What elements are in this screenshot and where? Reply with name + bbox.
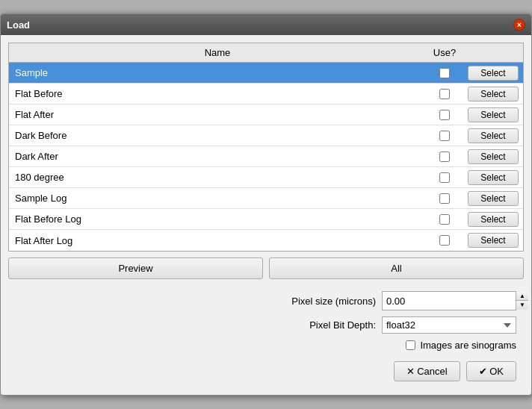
spin-buttons: ▲ ▼: [516, 292, 528, 310]
close-button[interactable]: ×: [513, 19, 525, 31]
pixel-bit-depth-select[interactable]: float32float64int16uint16: [382, 316, 516, 334]
action-buttons: ✕ Cancel ✔ OK: [16, 358, 516, 384]
select-button-0[interactable]: Select: [468, 66, 519, 81]
pixel-bit-depth-row: Pixel Bit Depth: float32float64int16uint…: [16, 316, 516, 334]
select-button-5[interactable]: Select: [468, 170, 519, 185]
row-name-4: Dark After: [9, 149, 426, 163]
btn-column-header: [463, 46, 523, 60]
use-checkbox-1[interactable]: [439, 89, 450, 99]
table-row[interactable]: Sample Log Select: [9, 188, 523, 209]
preview-button[interactable]: Preview: [8, 257, 263, 279]
row-select-0: Select: [463, 64, 523, 82]
spin-up-button[interactable]: ▲: [516, 292, 528, 301]
load-dialog: Load × Name Use? Sample Select Flat Be: [0, 13, 532, 396]
all-button[interactable]: All: [269, 257, 524, 279]
settings-section: Pixel size (microns) ▲ ▼ Pixel Bit Depth…: [8, 288, 524, 387]
sinogram-checkbox[interactable]: [406, 340, 415, 350]
table-rows: Sample Select Flat Before Select Flat Af…: [9, 63, 523, 251]
row-checkbox-7: [426, 214, 463, 225]
table-row[interactable]: Flat Before Log Select: [9, 209, 523, 230]
table-row[interactable]: Flat After Log Select: [9, 230, 523, 251]
pixel-bit-depth-label: Pixel Bit Depth:: [309, 319, 376, 331]
row-checkbox-0: [426, 68, 463, 78]
select-button-1[interactable]: Select: [468, 87, 519, 102]
select-button-8[interactable]: Select: [468, 233, 519, 248]
select-button-2[interactable]: Select: [468, 107, 519, 122]
pixel-size-label: Pixel size (microns): [291, 296, 376, 307]
dialog-body: Name Use? Sample Select Flat Before Sele…: [1, 35, 531, 395]
preview-all-buttons: Preview All: [8, 257, 524, 279]
close-icon: ×: [517, 21, 522, 29]
select-button-6[interactable]: Select: [468, 191, 519, 206]
pixel-size-input-container: ▲ ▼: [382, 291, 516, 310]
use-checkbox-5[interactable]: [439, 172, 450, 183]
ok-button[interactable]: ✔ OK: [466, 361, 516, 381]
row-checkbox-4: [426, 152, 463, 162]
use-checkbox-3[interactable]: [439, 131, 450, 141]
table-row[interactable]: Dark Before Select: [9, 125, 523, 146]
name-column-header: Name: [9, 46, 426, 60]
row-select-8: Select: [463, 231, 523, 249]
use-checkbox-8[interactable]: [439, 235, 450, 246]
row-name-8: Flat After Log: [9, 234, 426, 248]
dialog-title: Load: [7, 19, 30, 31]
row-name-3: Dark Before: [9, 128, 426, 143]
use-checkbox-6[interactable]: [439, 193, 450, 204]
pixel-size-input[interactable]: [383, 293, 516, 309]
row-name-7: Flat Before Log: [9, 212, 426, 226]
table-row[interactable]: Sample Select: [9, 63, 523, 84]
row-select-4: Select: [463, 148, 523, 166]
use-checkbox-2[interactable]: [439, 110, 450, 120]
table-row[interactable]: Flat After Select: [9, 104, 523, 125]
cancel-button[interactable]: ✕ Cancel: [394, 361, 460, 381]
table-header: Name Use?: [9, 43, 523, 63]
row-name-0: Sample: [9, 66, 426, 80]
use-checkbox-7[interactable]: [439, 214, 450, 225]
row-name-1: Flat Before: [9, 87, 426, 101]
row-checkbox-3: [426, 131, 463, 141]
table-row[interactable]: Flat Before Select: [9, 84, 523, 104]
row-checkbox-2: [426, 110, 463, 120]
sinogram-label: Images are sinograms: [420, 340, 516, 351]
row-name-6: Sample Log: [9, 191, 426, 205]
row-checkbox-8: [426, 235, 463, 246]
pixel-size-row: Pixel size (microns) ▲ ▼: [16, 291, 516, 310]
spin-down-button[interactable]: ▼: [516, 301, 528, 310]
sinogram-row: Images are sinograms: [16, 340, 516, 351]
select-button-7[interactable]: Select: [468, 212, 519, 227]
row-select-5: Select: [463, 169, 523, 187]
use-checkbox-0[interactable]: [439, 68, 450, 78]
row-select-1: Select: [463, 85, 523, 103]
row-name-2: Flat After: [9, 107, 426, 122]
table-row[interactable]: 180 degree Select: [9, 167, 523, 188]
row-checkbox-5: [426, 172, 463, 183]
use-column-header: Use?: [426, 46, 463, 60]
select-button-3[interactable]: Select: [468, 128, 519, 143]
row-select-3: Select: [463, 127, 523, 145]
table-row[interactable]: Dark After Select: [9, 146, 523, 167]
row-checkbox-1: [426, 89, 463, 99]
row-select-6: Select: [463, 190, 523, 207]
row-select-7: Select: [463, 210, 523, 228]
row-name-5: 180 degree: [9, 170, 426, 184]
titlebar: Load ×: [1, 14, 531, 35]
select-button-4[interactable]: Select: [468, 149, 519, 164]
row-select-2: Select: [463, 106, 523, 124]
file-table: Name Use? Sample Select Flat Before Sele…: [8, 43, 524, 252]
row-checkbox-6: [426, 193, 463, 204]
use-checkbox-4[interactable]: [439, 152, 450, 162]
